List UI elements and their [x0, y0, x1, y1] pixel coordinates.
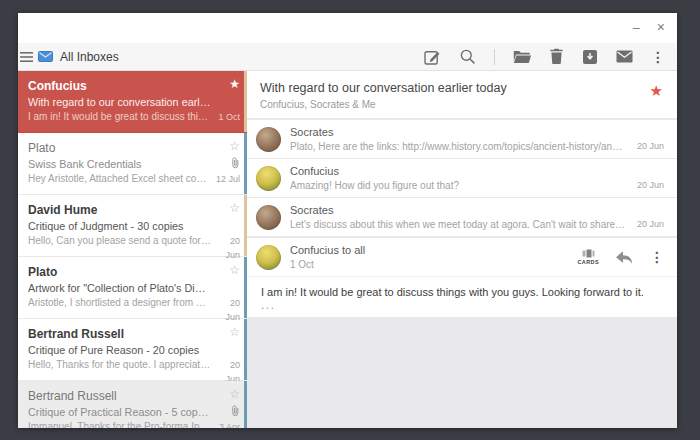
message-sender: Socrates — [290, 204, 627, 216]
attachment-icon — [231, 405, 240, 420]
email-snippet: Aristotle, I shortlisted a designer from… — [28, 296, 211, 311]
quoted-text-toggle[interactable]: ... — [261, 301, 663, 312]
thread-header: With regard to our conversation earlier … — [247, 71, 677, 118]
thread-participants: Confucius, Socrates & Me — [260, 99, 663, 110]
account-color-stripe — [244, 257, 247, 318]
avatar-confucius — [256, 166, 281, 191]
email-snippet: Hey Aristotle, Attached Excel sheet cont… — [28, 172, 211, 187]
folder-icon[interactable] — [513, 50, 531, 64]
sender-name: David Hume — [28, 202, 211, 219]
close-button[interactable]: × — [657, 21, 665, 34]
menu-icon[interactable] — [20, 51, 34, 63]
star-icon[interactable]: ☆ — [229, 264, 240, 281]
email-list-item-russell-pure[interactable]: Bertrand Russell ☆ Critique of Pure Reas… — [18, 319, 247, 381]
inbox-title[interactable]: All Inboxes — [60, 43, 125, 70]
app-window: – × All Inboxes — [18, 13, 677, 428]
avatar-confucius — [256, 245, 281, 270]
attachment-icon — [231, 157, 240, 172]
email-subject: Critique of Judgment - 30 copies — [28, 219, 211, 234]
email-list-item-confucius[interactable]: Confucius ★ With regard to our conversat… — [18, 71, 247, 133]
thread-subject: With regard to our conversation earlier … — [260, 81, 663, 95]
message-date: 20 Jun — [637, 141, 664, 151]
email-subject: With regard to our conversation earlier … — [28, 95, 211, 110]
toolbar-divider — [494, 49, 495, 65]
thread-star-icon[interactable]: ★ — [650, 83, 663, 98]
main-content: Confucius ★ With regard to our conversat… — [18, 71, 677, 428]
email-date: 20 Jun — [214, 234, 240, 249]
envelope-icon[interactable] — [616, 50, 633, 63]
email-date: 1 Oct — [218, 110, 240, 125]
message-sender: Confucius to all — [290, 244, 565, 256]
email-subject: Critique of Pure Reason - 20 copies — [28, 343, 211, 358]
message-date: 1 Oct — [290, 259, 565, 271]
conversation-pane: With regard to our conversation earlier … — [247, 71, 677, 428]
email-snippet: Immanuel, Thanks for the Pro-forma Invoi… — [28, 420, 211, 428]
email-date: 3 Apr — [219, 420, 240, 428]
email-date: 20 Jun — [214, 358, 240, 373]
message-sender: Confucius — [290, 165, 627, 177]
message-row-confucius-1[interactable]: Confucius Amazing! How did you figure ou… — [247, 159, 677, 197]
email-list-item-hume[interactable]: David Hume ☆ Critique of Judgment - 30 c… — [18, 195, 247, 257]
sender-name: Plato — [28, 264, 211, 281]
email-list-item-russell-practical[interactable]: Bertrand Russell ☆ Critique of Practical… — [18, 381, 247, 428]
account-color-stripe — [244, 319, 247, 380]
email-subject: Swiss Bank Credentials — [28, 157, 211, 172]
app-toolbar: All Inboxes ⋮ — [18, 43, 677, 71]
star-icon[interactable]: ★ — [229, 78, 240, 95]
email-snippet: Hello, Thanks for the quote. I appreciat… — [28, 358, 211, 373]
email-list-item-plato-artwork[interactable]: Plato ☆ Artwork for "Collection of Plato… — [18, 257, 247, 319]
sender-name: Confucius — [28, 78, 211, 95]
message-body-text: I am in! It would be great to discuss th… — [261, 286, 663, 298]
star-icon[interactable]: ☆ — [229, 202, 240, 219]
sender-name: Plato — [28, 140, 211, 157]
account-color-stripe — [244, 133, 247, 194]
email-date: 12 Jul — [216, 172, 240, 187]
cards-button[interactable]: CARDS — [577, 249, 599, 265]
message-date: 20 Jun — [637, 180, 664, 190]
reply-icon[interactable] — [615, 250, 634, 265]
email-subject: Critique of Practical Reason - 5 copies — [28, 405, 211, 420]
email-list-item-plato-bank[interactable]: Plato ☆ Swiss Bank Credentials Hey Arist… — [18, 133, 247, 195]
archive-icon[interactable] — [582, 49, 598, 65]
pane-empty-area — [247, 317, 677, 428]
avatar-socrates — [256, 127, 281, 152]
star-icon[interactable]: ☆ — [229, 140, 240, 157]
email-snippet: Hello, Can you please send a quote for C… — [28, 234, 211, 249]
email-list: Confucius ★ With regard to our conversat… — [18, 71, 247, 428]
window-titlebar: – × — [18, 13, 677, 43]
email-subject: Artwork for "Collection of Plato's Dialo… — [28, 281, 211, 296]
star-icon[interactable]: ☆ — [229, 326, 240, 343]
account-color-stripe — [244, 195, 247, 256]
email-date: 20 Jun — [214, 296, 240, 311]
message-row-socrates-1[interactable]: Socrates Plato, Here are the links: http… — [247, 120, 677, 158]
message-row-socrates-2[interactable]: Socrates Let's discuss about this when w… — [247, 198, 677, 236]
account-color-stripe — [244, 381, 247, 428]
inbox-selector[interactable]: All Inboxes — [20, 43, 125, 70]
sender-name: Bertrand Russell — [28, 388, 211, 405]
message-snippet: Let's discuss about this when we meet to… — [290, 219, 627, 231]
message-body: I am in! It would be great to discuss th… — [247, 276, 677, 317]
compose-icon[interactable] — [423, 48, 441, 66]
message-snippet: Amazing! How did you figure out that? — [290, 180, 627, 192]
message-sender: Socrates — [290, 126, 627, 138]
app-mail-icon — [38, 51, 53, 62]
minimize-button[interactable]: – — [633, 21, 640, 34]
overflow-menu-icon[interactable]: ⋮ — [651, 50, 665, 64]
avatar-socrates — [256, 205, 281, 230]
star-icon[interactable]: ☆ — [229, 388, 240, 405]
trash-icon[interactable] — [549, 48, 564, 65]
message-date: 20 Jun — [637, 219, 664, 229]
message-row-expanded[interactable]: Confucius to all 1 Oct CARDS ⋮ — [247, 238, 677, 276]
message-overflow-icon[interactable]: ⋮ — [650, 250, 664, 264]
sender-name: Bertrand Russell — [28, 326, 211, 343]
cards-label: CARDS — [577, 259, 599, 265]
email-snippet: I am in! It would be great to discuss th… — [28, 110, 211, 125]
message-snippet: Plato, Here are the links: http://www.hi… — [290, 141, 627, 153]
search-icon[interactable] — [459, 48, 476, 65]
